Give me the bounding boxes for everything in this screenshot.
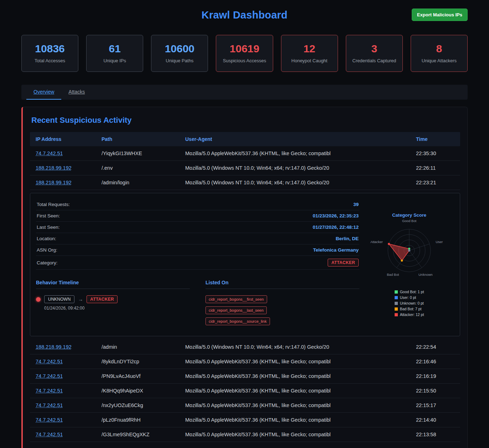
user-agent-cell: Mozilla/5.0 AppleWebKit/537.36 (KHTML, l… (185, 417, 416, 423)
ip-address-link[interactable]: 188.218.99.192 (36, 180, 72, 185)
legend-item-bad-bot: Bad Bot: 7 pt (395, 307, 424, 311)
ip-address-link[interactable]: 74.7.242.51 (36, 417, 63, 423)
radar-chart-title: Category Score (392, 212, 426, 218)
listed-on-heading: Listed On (206, 280, 359, 289)
table-row[interactable]: 74.7.242.51/PN9LvAcJ4uoVfMozilla/5.0 App… (30, 369, 460, 384)
path-cell: /G3Lme9ShEQgXKZ (102, 432, 185, 437)
ip-cell: 74.7.242.51 (36, 388, 102, 394)
user-agent-cell: Mozilla/5.0 (Windows NT 10.0; Win64; x64… (185, 344, 416, 350)
legend-label: Attacker: 12 pt (400, 312, 424, 317)
svg-text:User: User (436, 240, 443, 244)
svg-text:Unknown: Unknown (418, 273, 433, 276)
stat-card-unique-paths: 10600Unique Paths (151, 35, 208, 72)
legend-swatch (395, 313, 398, 316)
stat-label: Total Accesses (25, 58, 75, 63)
table-row[interactable]: 74.7.242.51/YiqykGI13WHXEMozilla/5.0 App… (30, 146, 460, 161)
detail-field-value: Berlin, DE (335, 236, 359, 241)
legend-label: Good Bot: 1 pt (400, 290, 424, 294)
detail-field-label: First Seen: (37, 213, 60, 218)
stat-card-unique-attackers: 8Unique Attackers (411, 35, 468, 72)
time-cell: 22:16:19 (416, 373, 454, 379)
user-agent-cell: Mozilla/5.0 AppleWebKit/537.36 (KHTML, l… (185, 432, 416, 437)
ip-address-link[interactable]: 74.7.242.51 (36, 373, 63, 379)
table-row[interactable]: 74.7.242.51/8ykdLnDYTi2cpMozilla/5.0 App… (30, 354, 460, 369)
detail-field-label: Category: (37, 260, 58, 265)
user-agent-cell: Mozilla/5.0 AppleWebKit/537.36 (KHTML, l… (185, 388, 416, 394)
panel-title: Recent Suspicious Activity (31, 116, 467, 125)
ip-detail-panel: Total Requests:39First Seen:01/23/2026, … (30, 193, 460, 336)
ip-address-link[interactable]: 188.218.99.192 (36, 344, 72, 350)
stat-value: 10836 (25, 43, 75, 55)
legend-item-user: User: 0 pt (395, 295, 424, 300)
user-agent-cell: Mozilla/5.0 (Windows NT 10.0; Win64; x64… (185, 165, 416, 171)
table-row[interactable]: 188.218.99.192/adminMozilla/5.0 (Windows… (30, 340, 460, 354)
table-row[interactable]: 74.7.242.51/G3Lme9ShEQgXKZMozilla/5.0 Ap… (30, 427, 460, 442)
table-row[interactable]: 188.218.99.192/admin/loginMozilla/5.0 (W… (30, 175, 460, 190)
time-cell: 22:14:40 (416, 417, 454, 423)
time-cell: 22:35:30 (416, 151, 454, 156)
page-title: Krawl Dashboard (21, 6, 468, 21)
stat-value: 61 (89, 43, 140, 55)
listed-on-tags: cidr_report_bogons__first_seencidr_repor… (206, 295, 323, 325)
activity-table: IP Address Path User-Agent Time 74.7.242… (30, 132, 460, 442)
detail-field-label: Last Seen: (37, 225, 60, 230)
stat-value: 8 (414, 43, 464, 55)
stat-label: Honeypot Caught (284, 58, 335, 63)
svg-text:Bad Bot: Bad Bot (387, 273, 399, 276)
legend-item-attacker: Attacker: 12 pt (395, 312, 424, 317)
ip-address-link[interactable]: 74.7.242.51 (36, 359, 63, 364)
user-agent-cell: Mozilla/5.0 AppleWebKit/537.36 (KHTML, l… (185, 402, 416, 408)
path-cell: /admin (102, 344, 185, 350)
listed-on-tag: cidr_report_bogons__last_seen (206, 306, 267, 314)
ip-detail-subsections: Behavior Timeline UNKNOWN → ATTACKER 01/… (36, 280, 359, 325)
path-cell: /.env (102, 165, 185, 171)
stat-card-suspicious-accesses: 10619Suspicious Accesses (216, 35, 273, 72)
tab-attacks[interactable]: Attacks (61, 85, 92, 100)
ip-detail-fields: Total Requests:39First Seen:01/23/2026, … (36, 199, 359, 325)
behavior-timeline-section: Behavior Timeline UNKNOWN → ATTACKER 01/… (36, 280, 190, 325)
detail-field-value: 01/23/2026, 22:35:23 (313, 213, 359, 218)
tab-overview[interactable]: Overview (26, 85, 61, 100)
stat-label: Suspicious Accesses (219, 58, 270, 63)
tab-bar: OverviewAttacks (21, 85, 468, 100)
table-row[interactable]: 74.7.242.51/nx2yUOZuE6CkgMozilla/5.0 App… (30, 398, 460, 413)
timeline-dot-icon (36, 297, 41, 302)
table-row[interactable]: 74.7.242.51/pLz0Fnua9fRhHMozilla/5.0 App… (30, 413, 460, 427)
detail-field-category-: Category:ATTACKER (36, 256, 359, 270)
legend-label: Bad Bot: 7 pt (400, 307, 422, 311)
detail-field-first-seen-: First Seen:01/23/2026, 22:35:23 (36, 210, 359, 222)
table-row[interactable]: 74.7.242.51/K8HQq9hAipeDXMozilla/5.0 App… (30, 384, 460, 398)
legend-label: Unknown: 0 pt (400, 301, 424, 305)
ip-cell: 188.218.99.192 (36, 180, 102, 185)
path-cell: /nx2yUOZuE6Ckg (102, 402, 185, 408)
timeline-timestamp: 01/24/2026, 09:42:00 (44, 306, 190, 311)
path-cell: /8ykdLnDYTi2cp (102, 359, 185, 364)
export-malicious-ips-button[interactable]: Export Malicious IPs (412, 9, 468, 21)
category-score-chart: Category Score Good BotUserUnknownBad Bo… (364, 199, 454, 325)
svg-text:Good Bot: Good Bot (402, 219, 416, 223)
column-header-user-agent: User-Agent (185, 136, 416, 142)
ip-address-link[interactable]: 74.7.242.51 (36, 388, 63, 394)
listed-on-tag: cidr_report_bogons__source_link (206, 317, 270, 325)
path-cell: /pLz0Fnua9fRhH (102, 417, 185, 423)
listed-on-section: Listed On cidr_report_bogons__first_seen… (206, 280, 359, 325)
arrow-right-icon: → (78, 296, 83, 302)
stat-label: Credentials Captured (349, 58, 400, 63)
ip-address-link[interactable]: 74.7.242.51 (36, 432, 63, 437)
table-rows-top: 74.7.242.51/YiqykGI13WHXEMozilla/5.0 App… (30, 146, 460, 190)
ip-address-link[interactable]: 74.7.242.51 (36, 151, 63, 156)
user-agent-cell: Mozilla/5.0 AppleWebKit/537.36 (KHTML, l… (185, 359, 416, 364)
stat-card-honeypot-caught: 12Honeypot Caught (281, 35, 338, 72)
table-row[interactable]: 188.218.99.192/.envMozilla/5.0 (Windows … (30, 161, 460, 175)
path-cell: /admin/login (102, 180, 185, 185)
table-rows-bottom: 188.218.99.192/adminMozilla/5.0 (Windows… (30, 340, 460, 442)
time-cell: 22:13:58 (416, 432, 454, 437)
user-agent-cell: Mozilla/5.0 AppleWebKit/537.36 (KHTML, l… (185, 373, 416, 379)
ip-address-link[interactable]: 188.218.99.192 (36, 165, 72, 171)
ip-cell: 188.218.99.192 (36, 165, 102, 171)
time-cell: 22:15:50 (416, 388, 454, 394)
stat-card-unique-ips: 61Unique IPs (86, 35, 143, 72)
category-badge: ATTACKER (328, 259, 359, 267)
ip-address-link[interactable]: 74.7.242.51 (36, 402, 63, 408)
ip-cell: 74.7.242.51 (36, 402, 102, 408)
